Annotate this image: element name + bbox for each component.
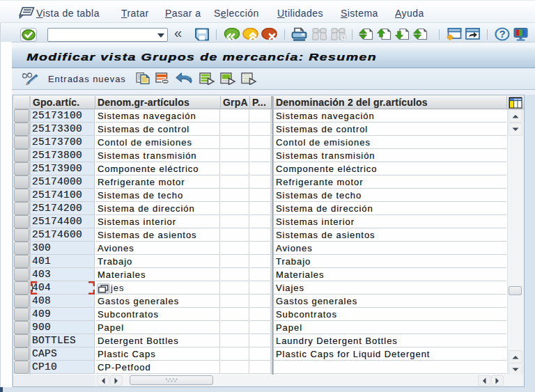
svg-text:?: ? bbox=[499, 28, 505, 40]
